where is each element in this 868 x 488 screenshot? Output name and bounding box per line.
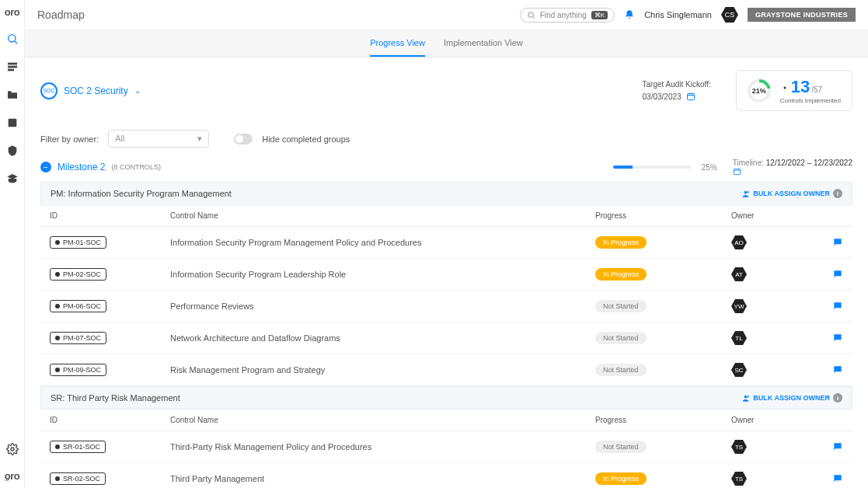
- col-header-owner: Owner: [722, 410, 823, 431]
- control-name: Network Architecture and Dataflow Diagra…: [161, 322, 586, 354]
- svg-point-13: [783, 87, 786, 89]
- svg-rect-2: [8, 63, 17, 65]
- table-row[interactable]: PM-09-SOCRisk Management Program and Str…: [40, 354, 852, 386]
- col-header-progress: Progress: [586, 205, 722, 227]
- owner-avatar[interactable]: AT: [731, 267, 747, 282]
- col-header-id: ID: [40, 410, 161, 431]
- status-badge: Not Started: [595, 441, 647, 453]
- control-name: Performance Reviews: [161, 291, 586, 322]
- control-id-pill[interactable]: SR-02-SOC: [50, 472, 106, 485]
- calendar-icon[interactable]: [733, 167, 852, 176]
- chat-icon[interactable]: [832, 473, 843, 484]
- chat-icon[interactable]: [832, 441, 843, 452]
- svg-rect-9: [687, 94, 694, 100]
- control-id-pill[interactable]: PM-07-SOC: [50, 332, 106, 344]
- svg-rect-14: [734, 169, 740, 174]
- search-shortcut: ⌘K: [591, 11, 608, 19]
- table-row[interactable]: SR-02-SOCThird Party ManagementIn Progre…: [40, 463, 852, 489]
- hide-completed-label: Hide completed groups: [262, 134, 350, 144]
- nav-roadmap-icon[interactable]: [5, 32, 19, 46]
- svg-rect-5: [8, 119, 16, 127]
- col-header-id: ID: [40, 205, 161, 227]
- control-id-pill[interactable]: PM-01-SOC: [50, 236, 106, 249]
- chat-icon[interactable]: [832, 333, 843, 343]
- calendar-icon[interactable]: [686, 92, 695, 101]
- chevron-down-icon[interactable]: ⌄: [134, 86, 141, 95]
- owner-avatar[interactable]: SC: [731, 362, 747, 378]
- search-input[interactable]: Find anything ⌘K: [520, 8, 615, 23]
- filter-owner-select[interactable]: All▾: [108, 130, 209, 148]
- notifications-icon[interactable]: [624, 9, 635, 20]
- search-placeholder: Find anything: [540, 11, 587, 19]
- svg-point-0: [8, 35, 15, 42]
- dot-icon: [55, 368, 60, 372]
- nav-tasks-icon[interactable]: [5, 116, 19, 130]
- nav-shield-icon[interactable]: [5, 144, 19, 158]
- group-header: PM: Information Security Program Managem…: [40, 182, 852, 205]
- info-icon[interactable]: i: [833, 189, 842, 198]
- milestone-name[interactable]: Milestone 2: [58, 162, 105, 173]
- status-badge: In Progress: [595, 236, 647, 249]
- chat-icon[interactable]: [832, 237, 843, 248]
- framework-badge-icon: SOC: [40, 82, 58, 99]
- table-row[interactable]: SR-01-SOCThird-Party Risk Management Pol…: [40, 431, 852, 463]
- control-id-pill[interactable]: PM-06-SOC: [50, 300, 106, 312]
- nav-academy-icon[interactable]: [5, 172, 19, 186]
- svg-rect-4: [8, 69, 14, 71]
- dot-icon: [55, 304, 60, 308]
- control-id-pill[interactable]: SR-01-SOC: [50, 441, 106, 453]
- status-badge: In Progress: [595, 472, 647, 485]
- group-header: SR: Third Party Risk Management BULK ASS…: [40, 386, 852, 410]
- col-header-progress: Progress: [586, 410, 722, 431]
- milestone-timeline: Timeline: 12/12/2022 – 12/23/2022: [733, 159, 852, 176]
- dot-icon: [55, 476, 60, 481]
- table-row[interactable]: PM-06-SOCPerformance ReviewsNot StartedY…: [40, 291, 852, 322]
- control-name: Information Security Program Management …: [161, 227, 586, 259]
- tab-implementation-view[interactable]: Implementation View: [444, 38, 523, 57]
- view-tabs: Progress ViewImplementation View: [25, 30, 868, 58]
- collapse-sidebar-icon[interactable]: »: [5, 474, 9, 483]
- kickoff-date: 03/03/2023: [643, 92, 682, 101]
- owner-avatar[interactable]: YW: [731, 298, 747, 314]
- col-header-owner: Owner: [722, 205, 823, 227]
- implemented-count: 13: [791, 77, 810, 97]
- control-name: Third Party Management: [161, 463, 586, 489]
- dot-icon: [55, 240, 60, 245]
- owner-avatar[interactable]: TS: [731, 471, 747, 486]
- nav-controls-icon[interactable]: [5, 60, 19, 74]
- bulk-assign-button[interactable]: BULK ASSIGN OWNER i: [741, 393, 842, 403]
- milestone-count: (8 CONTROLS): [111, 163, 161, 171]
- table-row[interactable]: PM-01-SOCInformation Security Program Ma…: [40, 227, 852, 259]
- page-title: Roadmap: [37, 9, 85, 21]
- chat-icon[interactable]: [832, 301, 843, 312]
- chat-icon[interactable]: [832, 269, 843, 280]
- info-icon[interactable]: i: [833, 393, 842, 403]
- control-id-pill[interactable]: PM-09-SOC: [50, 364, 106, 376]
- table-row[interactable]: PM-02-SOCInformation Security Program Le…: [40, 259, 852, 291]
- user-name[interactable]: Chris Singlemann: [644, 10, 712, 19]
- chat-icon[interactable]: [832, 364, 843, 375]
- table-row[interactable]: PM-07-SOCNetwork Architecture and Datafl…: [40, 322, 852, 354]
- framework-selector[interactable]: SOC 2 Security: [64, 85, 128, 96]
- sidebar: oro oro: [0, 0, 25, 488]
- col-header-name: Control Name: [161, 205, 586, 227]
- milestone-toggle[interactable]: −: [40, 162, 51, 173]
- implemented-total: /57: [811, 85, 822, 94]
- svg-line-1: [14, 41, 16, 44]
- owner-avatar[interactable]: TL: [731, 330, 747, 346]
- control-id-pill[interactable]: PM-02-SOC: [50, 268, 106, 281]
- owner-avatar[interactable]: AO: [731, 235, 747, 250]
- bulk-assign-button[interactable]: BULK ASSIGN OWNER i: [741, 189, 842, 198]
- dot-icon: [55, 272, 60, 277]
- hide-completed-toggle[interactable]: [234, 134, 253, 145]
- group-title: SR: Third Party Risk Management: [51, 393, 180, 403]
- nav-settings-icon[interactable]: [5, 442, 19, 456]
- owner-avatar[interactable]: TS: [731, 439, 747, 455]
- tab-progress-view[interactable]: Progress View: [370, 38, 425, 57]
- user-avatar[interactable]: CS: [721, 6, 738, 23]
- nav-folder-icon[interactable]: [5, 88, 19, 102]
- implemented-label: Controls Implemented: [780, 97, 841, 104]
- control-name: Risk Management Program and Strategy: [161, 354, 586, 386]
- svg-rect-3: [8, 66, 17, 68]
- svg-point-19: [744, 395, 748, 398]
